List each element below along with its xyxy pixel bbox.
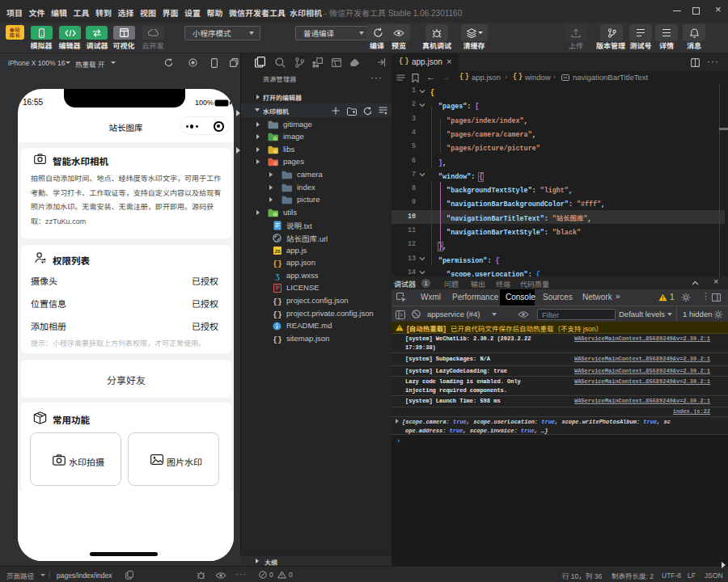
svg-text:{}: {} bbox=[273, 310, 281, 318]
svg-text:Ʒ: Ʒ bbox=[275, 272, 279, 280]
svg-text:JS: JS bbox=[274, 248, 280, 253]
svg-text:{}: {} bbox=[273, 335, 281, 344]
svg-text:{}: {} bbox=[273, 297, 281, 306]
svg-text:{}: {} bbox=[273, 259, 281, 268]
